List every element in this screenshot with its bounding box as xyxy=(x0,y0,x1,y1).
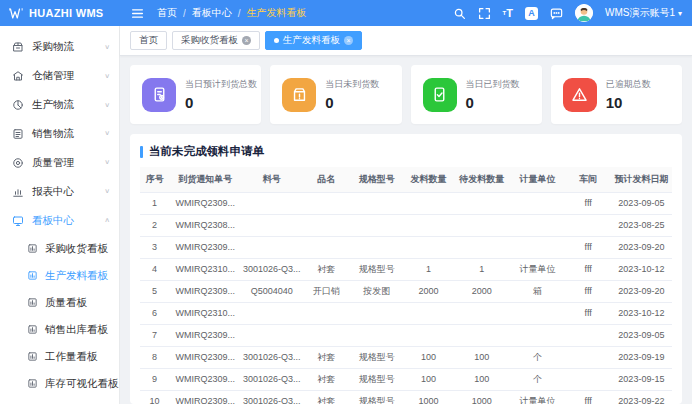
column-header: 发料数量 xyxy=(403,167,454,192)
table-cell: 3001026-Q3... xyxy=(241,390,302,404)
content-area: 当日预计到货总数 0 当日未到货数 0 当日已到货数 0 已逾期总数 10 当前… xyxy=(120,56,692,404)
caret-down-icon: ▾ xyxy=(678,9,682,18)
tab-首页[interactable]: 首页 xyxy=(130,31,167,50)
tab-采购收货看板[interactable]: 采购收货看板 × xyxy=(172,31,260,50)
sidebar-subitem-sales-outbound-board[interactable]: 销售出库看板 xyxy=(0,316,119,343)
fullscreen-icon[interactable] xyxy=(478,7,491,20)
panel-title: 当前未完成领料申请单 xyxy=(140,144,672,159)
breadcrumb-separator: / xyxy=(238,8,241,19)
sidebar-item-label: 报表中心 xyxy=(32,185,74,199)
table-cell: 个 xyxy=(510,346,566,368)
table-cell: 衬套 xyxy=(302,390,350,404)
table-cell: fff xyxy=(566,192,611,214)
table-cell: 2023-09-19 xyxy=(611,346,672,368)
doc-clock-icon xyxy=(142,78,176,112)
sidebar-item-board-center[interactable]: 看板中心 ∧ xyxy=(0,206,119,235)
table-cell: 2023-08-25 xyxy=(611,214,672,236)
table-row: 9WMIRQ2309...3001026-Q3...衬套规格型号100100个2… xyxy=(140,368,672,390)
sidebar-subitem-production-issue-board[interactable]: 生产发料看板 xyxy=(0,262,119,289)
topbar-actions: TT A WMS演示账号1 ▾ xyxy=(453,4,692,22)
table-cell: 8 xyxy=(140,346,169,368)
table-cell: 衬套 xyxy=(302,258,350,280)
column-header: 料号 xyxy=(241,167,302,192)
table-cell: WMIRQ2309... xyxy=(169,324,241,346)
request-table: 序号到货通知单号料号品名规格型号发料数量待发料数量计量单位车间预计发料日期 1W… xyxy=(140,167,672,404)
chevron-up-icon: ∧ xyxy=(104,217,110,224)
sidebar-subitem-workload-board[interactable]: 工作量看板 xyxy=(0,343,119,370)
sidebar-subitem-label: 质量看板 xyxy=(45,296,87,310)
sidebar-subitem-inventory-visual-board[interactable]: 库存可视化看板 xyxy=(0,370,119,397)
sidebar-item-report-center[interactable]: 报表中心 ∨ xyxy=(0,177,119,206)
user-avatar[interactable] xyxy=(575,4,593,22)
tab-label: 首页 xyxy=(139,34,158,47)
sidebar-subitem-label: 生产发料看板 xyxy=(45,269,108,283)
table-cell xyxy=(241,192,302,214)
table-cell: WMIRQ2310... xyxy=(169,302,241,324)
table-cell xyxy=(403,192,454,214)
table-cell xyxy=(302,192,350,214)
sidebar-item-label: 销售物流 xyxy=(32,127,74,141)
table-cell: 箱 xyxy=(510,280,566,302)
stat-card-title: 当日预计到货总数 xyxy=(185,78,257,91)
chevron-down-icon: ∨ xyxy=(104,43,110,50)
sidebar-item-label: 采购物流 xyxy=(32,40,74,54)
table-cell: WMIRQ2309... xyxy=(169,236,241,258)
sidebar-item-quality-management[interactable]: 质量管理 ∨ xyxy=(0,148,119,177)
sidebar-item-sales-logistics[interactable]: 销售物流 ∨ xyxy=(0,119,119,148)
table-cell: WMIRQ2309... xyxy=(169,368,241,390)
table-cell: 2023-09-05 xyxy=(611,324,672,346)
table-cell: 规格型号 xyxy=(350,346,403,368)
search-icon[interactable] xyxy=(453,7,466,20)
stat-card-value: 0 xyxy=(185,94,257,111)
table-cell xyxy=(302,214,350,236)
reports-icon xyxy=(12,186,24,198)
breadcrumb-board-center[interactable]: 看板中心 xyxy=(192,6,232,20)
table-cell: WMIRQ2309... xyxy=(169,346,241,368)
table-cell xyxy=(566,214,611,236)
stat-card: 已逾期总数 10 xyxy=(551,65,682,124)
table-cell: 规格型号 xyxy=(350,368,403,390)
stat-card-title: 已逾期总数 xyxy=(606,78,651,91)
tab-生产发料看板[interactable]: 生产发料看板 × xyxy=(265,31,362,50)
dashboard-icon xyxy=(12,215,24,227)
column-header: 规格型号 xyxy=(350,167,403,192)
procurement-icon xyxy=(12,41,24,53)
tab-bar: 首页 采购收货看板 × 生产发料看板 × xyxy=(120,26,692,56)
tab-list: 首页 采购收货看板 × 生产发料看板 × xyxy=(130,31,362,50)
user-menu[interactable]: WMS演示账号1 ▾ xyxy=(605,6,682,20)
column-header: 到货通知单号 xyxy=(169,167,241,192)
message-icon[interactable] xyxy=(550,7,563,20)
sidebar-collapse-icon[interactable] xyxy=(131,7,144,20)
quality-icon xyxy=(12,157,24,169)
column-header: 待发料数量 xyxy=(454,167,510,192)
tab-close-icon[interactable]: × xyxy=(344,36,353,45)
stat-card-value: 10 xyxy=(606,94,651,111)
sidebar-item-purchase-logistics[interactable]: 采购物流 ∨ xyxy=(0,32,119,61)
tab-close-icon[interactable]: × xyxy=(242,36,251,45)
table-cell xyxy=(454,214,510,236)
sidebar-subitem-quality-board[interactable]: 质量看板 xyxy=(0,289,119,316)
sidebar-subitem-purchase-receiving-board[interactable]: 采购收货看板 xyxy=(0,235,119,262)
sidebar-menu: 采购物流 ∨ 仓储管理 ∨ 生产物流 ∨ 销售物流 ∨ 质量管理 ∨ 报表中心 … xyxy=(0,32,119,397)
stat-card: 当日已到货数 0 xyxy=(411,65,542,124)
tab-label: 生产发料看板 xyxy=(283,34,340,47)
sidebar-item-production-logistics[interactable]: 生产物流 ∨ xyxy=(0,90,119,119)
table-cell xyxy=(241,236,302,258)
font-size-icon[interactable]: TT xyxy=(503,8,513,19)
breadcrumb-home[interactable]: 首页 xyxy=(157,6,177,20)
panel-title-text: 当前未完成领料申请单 xyxy=(149,144,264,159)
table-row: 2WMIRQ2308...2023-08-25 xyxy=(140,214,672,236)
table-row: 10WMIRQ2309...3001026-Q3...衬套规格型号1000100… xyxy=(140,390,672,404)
chevron-down-icon: ∨ xyxy=(104,159,110,166)
doc-check-icon xyxy=(423,78,457,112)
table-row: 5WMIRQ2309...Q5004040开口销按发图20002000箱fff2… xyxy=(140,280,672,302)
stat-card-title: 当日已到货数 xyxy=(466,78,520,91)
table-cell: 个 xyxy=(510,368,566,390)
language-translate-icon[interactable]: A xyxy=(525,7,538,20)
sidebar-item-warehouse-management[interactable]: 仓储管理 ∨ xyxy=(0,61,119,90)
table-cell xyxy=(302,302,350,324)
table-cell xyxy=(350,302,403,324)
table-cell: 1 xyxy=(140,192,169,214)
table-row: 8WMIRQ2309...3001026-Q3...衬套规格型号100100个2… xyxy=(140,346,672,368)
table-cell: 2000 xyxy=(454,280,510,302)
